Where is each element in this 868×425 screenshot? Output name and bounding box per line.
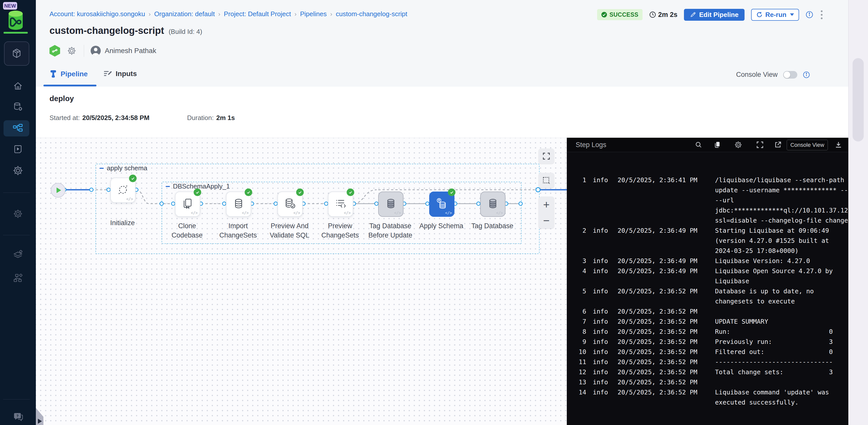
log-level: info bbox=[593, 357, 609, 367]
avatar bbox=[91, 46, 101, 56]
log-download-icon[interactable] bbox=[834, 141, 842, 149]
log-level: info bbox=[593, 327, 609, 337]
log-copy-icon[interactable] bbox=[713, 141, 721, 149]
info-icon[interactable] bbox=[803, 71, 810, 78]
log-level: info bbox=[593, 266, 609, 276]
db-up-icon bbox=[436, 198, 448, 211]
log-line: 10 info 20/5/2025, 2:36:52 PM Filtered o… bbox=[567, 347, 848, 357]
home-icon bbox=[12, 80, 24, 91]
page-title: custom-changelog-script bbox=[50, 25, 164, 36]
log-line: 3 info 20/5/2025, 2:36:49 PM Liquibase V… bbox=[567, 256, 848, 266]
log-line: 14 info 20/5/2025, 2:36:52 PM Liquibase … bbox=[567, 387, 848, 407]
log-timestamp: 20/5/2025, 2:36:52 PM bbox=[618, 317, 699, 327]
inputs-tab-icon bbox=[103, 70, 112, 78]
clone-icon bbox=[182, 198, 194, 211]
tab-pipeline[interactable]: Pipeline bbox=[50, 70, 88, 78]
log-line: 12 info 20/5/2025, 2:36:52 PM Total chan… bbox=[567, 367, 848, 377]
success-check-badge bbox=[245, 189, 252, 196]
log-timestamp: 20/5/2025, 2:36:52 PM bbox=[618, 347, 699, 357]
db-solid-icon bbox=[487, 198, 499, 210]
sidebar-item-pipelines[interactable] bbox=[0, 122, 36, 135]
list-code-icon bbox=[335, 198, 347, 211]
log-level: info bbox=[593, 307, 609, 317]
group-label: apply schema bbox=[107, 164, 147, 172]
sidebar-item-databases[interactable] bbox=[0, 101, 36, 113]
log-line-number: 7 bbox=[567, 317, 586, 327]
build-id: (Build Id: 4) bbox=[169, 28, 202, 36]
log-open-external-icon[interactable] bbox=[774, 141, 782, 149]
page-scrollbar[interactable] bbox=[848, 0, 868, 425]
log-timestamp: 20/5/2025, 2:36:52 PM bbox=[618, 377, 699, 387]
breadcrumb-item[interactable]: Project: Default Project bbox=[224, 10, 291, 18]
edit-pipeline-button[interactable]: Edit Pipeline bbox=[684, 9, 745, 21]
pipeline-step-tag-database-before-update[interactable]: </> bbox=[378, 192, 403, 217]
log-line: 4 info 20/5/2025, 2:36:49 PM Liquibase O… bbox=[567, 266, 848, 286]
page-scrollbar-thumb[interactable] bbox=[852, 58, 864, 142]
product-logo-icon[interactable] bbox=[6, 10, 25, 31]
breadcrumb-item[interactable]: Organization: default bbox=[154, 10, 215, 18]
sidebar-item-home[interactable] bbox=[0, 80, 36, 92]
log-line-number: 12 bbox=[567, 367, 586, 377]
zoom-in-button[interactable]: + bbox=[543, 197, 550, 213]
step-label: Tag Database bbox=[462, 221, 523, 231]
collapse-group-icon[interactable] bbox=[99, 168, 104, 169]
pipeline-settings-gear-icon[interactable] bbox=[67, 46, 77, 56]
log-line: 13 info 20/5/2025, 2:36:52 PM bbox=[567, 377, 848, 387]
canvas-fullscreen-button[interactable] bbox=[538, 148, 554, 164]
tab-inputs[interactable]: Inputs bbox=[103, 70, 137, 78]
log-line: 6 info 20/5/2025, 2:36:52 PM bbox=[567, 307, 848, 317]
console-view-label: Console View bbox=[736, 71, 778, 79]
more-options-kebab-icon[interactable] bbox=[820, 9, 824, 20]
sidebar-divider bbox=[3, 193, 30, 193]
zoom-out-button[interactable]: − bbox=[543, 213, 550, 228]
stage-name: deploy bbox=[50, 94, 74, 103]
database-gear-icon bbox=[12, 101, 24, 113]
breadcrumb-separator: › bbox=[218, 10, 220, 18]
selection-box-icon bbox=[542, 176, 551, 185]
success-check-badge bbox=[194, 189, 201, 196]
breadcrumb-item[interactable]: custom-changelog-script bbox=[336, 10, 407, 18]
sidebar-item-infrastructure[interactable] bbox=[0, 272, 36, 284]
sidebar-item-project-settings[interactable] bbox=[0, 208, 36, 220]
sidebar-item-environments[interactable] bbox=[0, 248, 36, 260]
group-label: DBSchemaApply_1 bbox=[173, 182, 230, 190]
log-message bbox=[715, 307, 719, 317]
info-icon[interactable] bbox=[806, 11, 813, 19]
sidebar-item-help[interactable]: ? bbox=[0, 411, 36, 423]
console-view-row: Console View bbox=[736, 71, 810, 79]
log-message: Filtered out: 0 bbox=[715, 347, 833, 357]
log-line: 2 info 20/5/2025, 2:36:49 PM Starting Li… bbox=[567, 226, 848, 256]
sidebar-item-module[interactable] bbox=[4, 41, 29, 66]
log-message bbox=[715, 377, 719, 387]
console-view-button[interactable]: Console View bbox=[787, 140, 828, 150]
console-view-toggle[interactable] bbox=[783, 71, 797, 79]
rerun-button[interactable]: Re-run bbox=[751, 9, 799, 21]
clock-icon bbox=[649, 11, 656, 18]
collapse-group-icon[interactable] bbox=[166, 186, 170, 187]
log-message: UPDATE SUMMARY bbox=[715, 317, 768, 327]
log-line: 9 info 20/5/2025, 2:36:52 PM Previously … bbox=[567, 337, 848, 347]
log-fullscreen-icon[interactable] bbox=[756, 141, 764, 149]
fullscreen-icon bbox=[542, 152, 550, 160]
log-message: Run: 0 bbox=[715, 327, 833, 337]
log-line-number: 2 bbox=[567, 226, 586, 236]
log-timestamp: 20/5/2025, 2:36:49 PM bbox=[618, 266, 699, 276]
code-glyph: </> bbox=[293, 211, 300, 215]
log-message: Liquibase command 'update' was executed … bbox=[715, 387, 829, 407]
canvas-select-button[interactable] bbox=[538, 173, 554, 188]
pipeline-step-tag-database[interactable]: </> bbox=[480, 192, 505, 217]
breadcrumb-item[interactable]: Pipelines bbox=[300, 10, 327, 18]
breadcrumb-item[interactable]: Account: kurosakiichigo.songoku bbox=[50, 10, 145, 18]
log-settings-gear-icon[interactable] bbox=[734, 141, 742, 149]
sync-icon bbox=[117, 184, 129, 197]
sidebar-item-executions[interactable] bbox=[0, 143, 36, 155]
app-root: NEW bbox=[0, 0, 868, 425]
log-search-icon[interactable] bbox=[694, 141, 703, 149]
log-timestamp: 20/5/2025, 2:36:52 PM bbox=[618, 387, 699, 397]
log-line: 11 info 20/5/2025, 2:36:52 PM ----------… bbox=[567, 357, 848, 367]
log-level: info bbox=[593, 387, 609, 397]
sidebar-item-settings[interactable] bbox=[0, 165, 36, 177]
pipeline-canvas[interactable]: apply schemaDBSchemaApply_1 </>Initializ… bbox=[36, 138, 567, 425]
start-node bbox=[51, 183, 65, 198]
step-logs-title: Step Logs bbox=[576, 141, 607, 149]
